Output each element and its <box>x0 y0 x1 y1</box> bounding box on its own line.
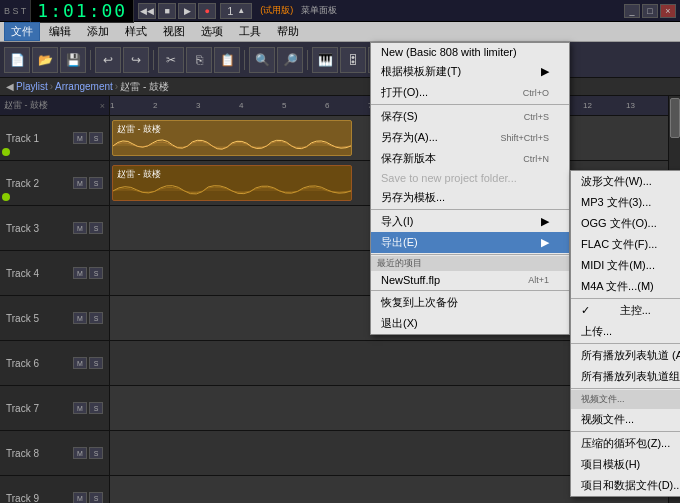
export-flac[interactable]: FLAC 文件(F)... <box>571 234 680 255</box>
sep-2 <box>371 209 569 210</box>
export-wav-label: 波形文件(W)... <box>581 174 652 189</box>
export-all-tracks[interactable]: 所有播放列表轨道 (A) ▶ <box>571 345 680 366</box>
export-ogg-label: OGG 文件(O)... <box>581 216 657 231</box>
export-midi-label: MIDI 文件(M)... <box>581 258 655 273</box>
export-project-data[interactable]: 项目和数据文件(D)... <box>571 475 680 496</box>
menu-export[interactable]: 导出(E) ▶ <box>371 232 569 253</box>
menu-new-template-arrow: ▶ <box>541 65 549 78</box>
export-mp3-label: MP3 文件(3)... <box>581 195 651 210</box>
export-m4a[interactable]: M4A 文件...(M) <box>571 276 680 297</box>
sub-sep-4 <box>571 431 680 432</box>
export-template[interactable]: 项目模板(H) <box>571 454 680 475</box>
file-menu-popup: New (Basic 808 with limiter) 根据模板新建(T) ▶… <box>370 42 570 335</box>
export-video-label: 视频文件... <box>581 412 634 427</box>
export-submenu: 波形文件(W)... Ctrl+R MP3 文件(3)... Shift+Ctr… <box>570 170 680 497</box>
sub-sep-1 <box>571 298 680 299</box>
menu-save-new[interactable]: 保存新版本 Ctrl+N <box>371 148 569 169</box>
export-zip[interactable]: 压缩的循环包(Z)... <box>571 433 680 454</box>
menu-export-arrow: ▶ <box>541 236 549 249</box>
sep-3 <box>371 254 569 255</box>
export-m4a-label: M4A 文件...(M) <box>581 279 654 294</box>
menu-save-new-label: 保存新版本 <box>381 151 436 166</box>
export-ogg[interactable]: OGG 文件(O)... <box>571 213 680 234</box>
export-upload[interactable]: 上传... <box>571 321 680 342</box>
menu-save-folder[interactable]: Save to new project folder... <box>371 169 569 187</box>
export-mp3[interactable]: MP3 文件(3)... Shift+Ctrl+R <box>571 192 680 213</box>
menu-import-label: 导入(I) <box>381 214 413 229</box>
sub-sep-2 <box>571 343 680 344</box>
menu-new-basic[interactable]: New (Basic 808 with limiter) <box>371 43 569 61</box>
menu-save-template-label: 另存为模板... <box>381 190 445 205</box>
menu-exit-label: 退出(X) <box>381 316 418 331</box>
menu-import[interactable]: 导入(I) ▶ <box>371 211 569 232</box>
menu-open-label: 打开(O)... <box>381 85 428 100</box>
menu-save-template[interactable]: 另存为模板... <box>371 187 569 208</box>
menu-restore[interactable]: 恢复到上次备份 <box>371 292 569 313</box>
menu-save[interactable]: 保存(S) Ctrl+S <box>371 106 569 127</box>
export-midi[interactable]: MIDI 文件(M)... Shift+Ctrl+M <box>571 255 680 276</box>
export-video-section-label: 视频文件... <box>581 393 625 406</box>
export-master-label: 主控... <box>620 303 651 318</box>
sep-4 <box>371 290 569 291</box>
export-project-data-label: 项目和数据文件(D)... <box>581 478 680 493</box>
menu-export-label: 导出(E) <box>381 235 418 250</box>
check-mark: ✓ <box>581 304 590 317</box>
export-upload-label: 上传... <box>581 324 612 339</box>
menu-recent-1-label: NewStuff.flp <box>381 274 440 286</box>
menu-exit[interactable]: 退出(X) <box>371 313 569 334</box>
export-all-groups[interactable]: 所有播放列表轨道组 (G) ▶ <box>571 366 680 387</box>
menu-save-folder-label: Save to new project folder... <box>381 172 517 184</box>
export-all-groups-label: 所有播放列表轨道组 (G) <box>581 369 680 384</box>
export-flac-label: FLAC 文件(F)... <box>581 237 657 252</box>
menu-import-arrow: ▶ <box>541 215 549 228</box>
export-zip-label: 压缩的循环包(Z)... <box>581 436 670 451</box>
menu-restore-label: 恢复到上次备份 <box>381 295 458 310</box>
menu-save-as[interactable]: 另存为(A)... Shift+Ctrl+S <box>371 127 569 148</box>
sub-sep-3 <box>571 388 680 389</box>
menu-save-shortcut: Ctrl+S <box>524 112 549 122</box>
export-master[interactable]: ✓ 主控... Ctrl+Alt+M <box>571 300 680 321</box>
menu-recent-1[interactable]: NewStuff.flp Alt+1 <box>371 271 569 289</box>
menu-save-new-shortcut: Ctrl+N <box>523 154 549 164</box>
menu-recent-1-shortcut: Alt+1 <box>528 275 549 285</box>
export-video[interactable]: 视频文件... <box>571 409 680 430</box>
menu-open-shortcut: Ctrl+O <box>523 88 549 98</box>
menu-recent-label: 最近的项目 <box>377 257 422 270</box>
export-wav[interactable]: 波形文件(W)... Ctrl+R <box>571 171 680 192</box>
export-all-tracks-label: 所有播放列表轨道 (A) <box>581 348 680 363</box>
menu-save-label: 保存(S) <box>381 109 418 124</box>
menu-new-basic-label: New (Basic 808 with limiter) <box>381 46 517 58</box>
menu-open[interactable]: 打开(O)... Ctrl+O <box>371 82 569 103</box>
menu-overlay: New (Basic 808 with limiter) 根据模板新建(T) ▶… <box>0 0 680 503</box>
menu-save-as-shortcut: Shift+Ctrl+S <box>500 133 549 143</box>
export-template-label: 项目模板(H) <box>581 457 640 472</box>
export-video-section: 视频文件... <box>571 390 680 409</box>
menu-save-as-label: 另存为(A)... <box>381 130 438 145</box>
menu-new-template-label: 根据模板新建(T) <box>381 64 461 79</box>
menu-new-template[interactable]: 根据模板新建(T) ▶ <box>371 61 569 82</box>
menu-recent-header: 最近的项目 <box>371 256 569 271</box>
sep-1 <box>371 104 569 105</box>
